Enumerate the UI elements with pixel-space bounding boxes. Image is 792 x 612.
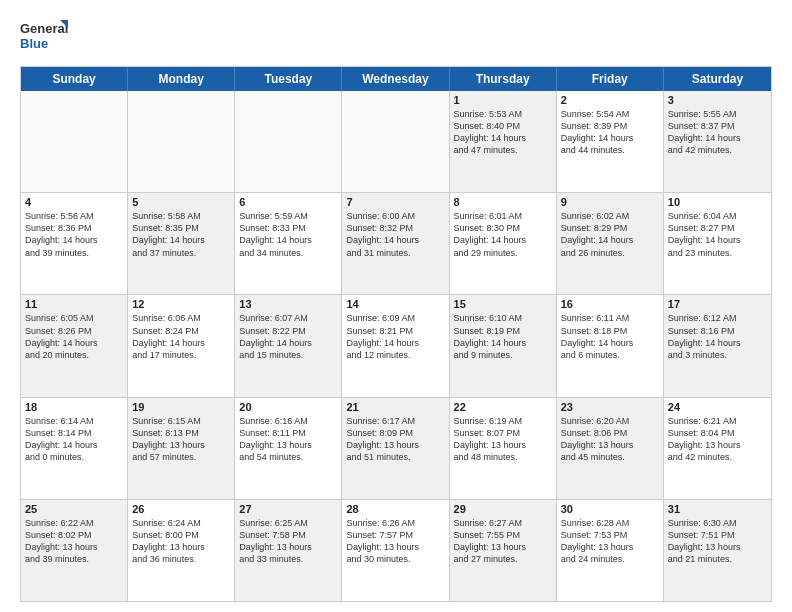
header-day-friday: Friday (557, 67, 664, 91)
day-details: Sunrise: 5:53 AM Sunset: 8:40 PM Dayligh… (454, 108, 552, 157)
day-cell-7: 7Sunrise: 6:00 AM Sunset: 8:32 PM Daylig… (342, 193, 449, 294)
day-number: 3 (668, 94, 767, 106)
day-number: 20 (239, 401, 337, 413)
day-cell-29: 29Sunrise: 6:27 AM Sunset: 7:55 PM Dayli… (450, 500, 557, 601)
day-number: 8 (454, 196, 552, 208)
day-number: 31 (668, 503, 767, 515)
day-cell-10: 10Sunrise: 6:04 AM Sunset: 8:27 PM Dayli… (664, 193, 771, 294)
day-details: Sunrise: 6:06 AM Sunset: 8:24 PM Dayligh… (132, 312, 230, 361)
day-cell-3: 3Sunrise: 5:55 AM Sunset: 8:37 PM Daylig… (664, 91, 771, 192)
day-details: Sunrise: 6:05 AM Sunset: 8:26 PM Dayligh… (25, 312, 123, 361)
day-details: Sunrise: 6:17 AM Sunset: 8:09 PM Dayligh… (346, 415, 444, 464)
day-number: 4 (25, 196, 123, 208)
empty-cell (128, 91, 235, 192)
day-cell-22: 22Sunrise: 6:19 AM Sunset: 8:07 PM Dayli… (450, 398, 557, 499)
day-number: 10 (668, 196, 767, 208)
day-details: Sunrise: 6:14 AM Sunset: 8:14 PM Dayligh… (25, 415, 123, 464)
day-details: Sunrise: 6:12 AM Sunset: 8:16 PM Dayligh… (668, 312, 767, 361)
day-number: 9 (561, 196, 659, 208)
day-cell-30: 30Sunrise: 6:28 AM Sunset: 7:53 PM Dayli… (557, 500, 664, 601)
week-row-2: 11Sunrise: 6:05 AM Sunset: 8:26 PM Dayli… (21, 295, 771, 397)
day-details: Sunrise: 6:28 AM Sunset: 7:53 PM Dayligh… (561, 517, 659, 566)
page: General Blue SundayMondayTuesdayWednesda… (0, 0, 792, 612)
day-cell-1: 1Sunrise: 5:53 AM Sunset: 8:40 PM Daylig… (450, 91, 557, 192)
day-details: Sunrise: 6:24 AM Sunset: 8:00 PM Dayligh… (132, 517, 230, 566)
day-number: 27 (239, 503, 337, 515)
day-details: Sunrise: 6:16 AM Sunset: 8:11 PM Dayligh… (239, 415, 337, 464)
day-cell-23: 23Sunrise: 6:20 AM Sunset: 8:06 PM Dayli… (557, 398, 664, 499)
header: General Blue (20, 16, 772, 56)
day-cell-12: 12Sunrise: 6:06 AM Sunset: 8:24 PM Dayli… (128, 295, 235, 396)
header-day-wednesday: Wednesday (342, 67, 449, 91)
day-cell-9: 9Sunrise: 6:02 AM Sunset: 8:29 PM Daylig… (557, 193, 664, 294)
day-number: 24 (668, 401, 767, 413)
day-details: Sunrise: 6:01 AM Sunset: 8:30 PM Dayligh… (454, 210, 552, 259)
day-number: 1 (454, 94, 552, 106)
day-details: Sunrise: 6:19 AM Sunset: 8:07 PM Dayligh… (454, 415, 552, 464)
day-number: 15 (454, 298, 552, 310)
svg-text:Blue: Blue (20, 36, 48, 51)
day-details: Sunrise: 6:30 AM Sunset: 7:51 PM Dayligh… (668, 517, 767, 566)
day-details: Sunrise: 6:09 AM Sunset: 8:21 PM Dayligh… (346, 312, 444, 361)
day-cell-18: 18Sunrise: 6:14 AM Sunset: 8:14 PM Dayli… (21, 398, 128, 499)
day-cell-5: 5Sunrise: 5:58 AM Sunset: 8:35 PM Daylig… (128, 193, 235, 294)
header-day-monday: Monday (128, 67, 235, 91)
day-cell-28: 28Sunrise: 6:26 AM Sunset: 7:57 PM Dayli… (342, 500, 449, 601)
header-day-thursday: Thursday (450, 67, 557, 91)
calendar-header: SundayMondayTuesdayWednesdayThursdayFrid… (21, 67, 771, 91)
day-number: 21 (346, 401, 444, 413)
day-cell-27: 27Sunrise: 6:25 AM Sunset: 7:58 PM Dayli… (235, 500, 342, 601)
day-number: 23 (561, 401, 659, 413)
day-details: Sunrise: 6:22 AM Sunset: 8:02 PM Dayligh… (25, 517, 123, 566)
calendar: SundayMondayTuesdayWednesdayThursdayFrid… (20, 66, 772, 602)
day-number: 29 (454, 503, 552, 515)
day-details: Sunrise: 6:02 AM Sunset: 8:29 PM Dayligh… (561, 210, 659, 259)
day-number: 2 (561, 94, 659, 106)
day-number: 19 (132, 401, 230, 413)
week-row-0: 1Sunrise: 5:53 AM Sunset: 8:40 PM Daylig… (21, 91, 771, 193)
day-cell-2: 2Sunrise: 5:54 AM Sunset: 8:39 PM Daylig… (557, 91, 664, 192)
day-details: Sunrise: 6:07 AM Sunset: 8:22 PM Dayligh… (239, 312, 337, 361)
empty-cell (342, 91, 449, 192)
day-number: 5 (132, 196, 230, 208)
week-row-1: 4Sunrise: 5:56 AM Sunset: 8:36 PM Daylig… (21, 193, 771, 295)
day-number: 6 (239, 196, 337, 208)
day-number: 11 (25, 298, 123, 310)
week-row-3: 18Sunrise: 6:14 AM Sunset: 8:14 PM Dayli… (21, 398, 771, 500)
day-cell-19: 19Sunrise: 6:15 AM Sunset: 8:13 PM Dayli… (128, 398, 235, 499)
day-cell-24: 24Sunrise: 6:21 AM Sunset: 8:04 PM Dayli… (664, 398, 771, 499)
day-cell-21: 21Sunrise: 6:17 AM Sunset: 8:09 PM Dayli… (342, 398, 449, 499)
day-cell-6: 6Sunrise: 5:59 AM Sunset: 8:33 PM Daylig… (235, 193, 342, 294)
day-details: Sunrise: 6:25 AM Sunset: 7:58 PM Dayligh… (239, 517, 337, 566)
day-cell-11: 11Sunrise: 6:05 AM Sunset: 8:26 PM Dayli… (21, 295, 128, 396)
day-number: 13 (239, 298, 337, 310)
day-details: Sunrise: 5:55 AM Sunset: 8:37 PM Dayligh… (668, 108, 767, 157)
day-number: 26 (132, 503, 230, 515)
day-number: 7 (346, 196, 444, 208)
day-number: 22 (454, 401, 552, 413)
day-details: Sunrise: 5:54 AM Sunset: 8:39 PM Dayligh… (561, 108, 659, 157)
day-details: Sunrise: 5:56 AM Sunset: 8:36 PM Dayligh… (25, 210, 123, 259)
day-details: Sunrise: 6:00 AM Sunset: 8:32 PM Dayligh… (346, 210, 444, 259)
day-number: 12 (132, 298, 230, 310)
day-cell-26: 26Sunrise: 6:24 AM Sunset: 8:00 PM Dayli… (128, 500, 235, 601)
day-number: 14 (346, 298, 444, 310)
empty-cell (21, 91, 128, 192)
day-details: Sunrise: 6:04 AM Sunset: 8:27 PM Dayligh… (668, 210, 767, 259)
day-cell-20: 20Sunrise: 6:16 AM Sunset: 8:11 PM Dayli… (235, 398, 342, 499)
day-cell-14: 14Sunrise: 6:09 AM Sunset: 8:21 PM Dayli… (342, 295, 449, 396)
header-day-saturday: Saturday (664, 67, 771, 91)
logo: General Blue (20, 16, 70, 56)
header-day-sunday: Sunday (21, 67, 128, 91)
day-number: 17 (668, 298, 767, 310)
week-row-4: 25Sunrise: 6:22 AM Sunset: 8:02 PM Dayli… (21, 500, 771, 601)
day-cell-15: 15Sunrise: 6:10 AM Sunset: 8:19 PM Dayli… (450, 295, 557, 396)
day-details: Sunrise: 6:27 AM Sunset: 7:55 PM Dayligh… (454, 517, 552, 566)
svg-text:General: General (20, 21, 68, 36)
empty-cell (235, 91, 342, 192)
day-cell-13: 13Sunrise: 6:07 AM Sunset: 8:22 PM Dayli… (235, 295, 342, 396)
day-details: Sunrise: 5:58 AM Sunset: 8:35 PM Dayligh… (132, 210, 230, 259)
day-number: 28 (346, 503, 444, 515)
day-number: 18 (25, 401, 123, 413)
day-number: 30 (561, 503, 659, 515)
